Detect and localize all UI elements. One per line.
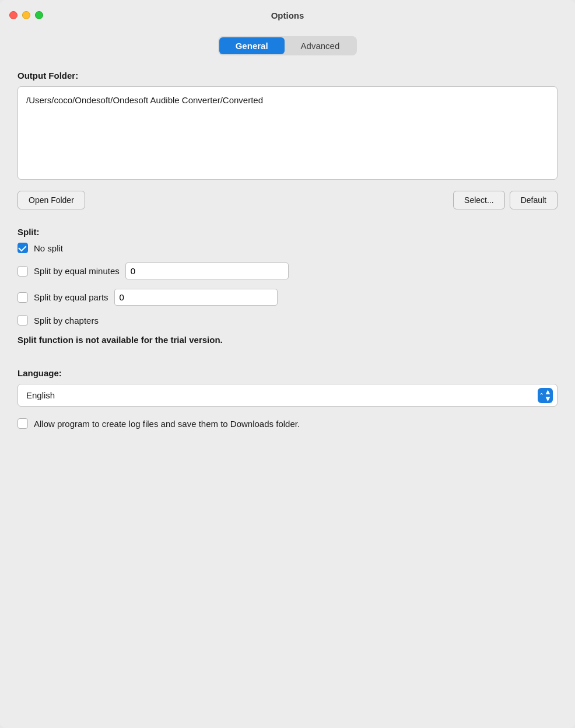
log-files-checkbox[interactable] <box>17 418 28 429</box>
main-content: Output Folder: Open Folder Select... Def… <box>0 65 575 446</box>
by-chapters-label: Split by chapters <box>34 316 99 326</box>
log-files-row: Allow program to create log files and sa… <box>17 418 558 429</box>
split-section: Split: No split Split by equal minutes S… <box>17 227 558 345</box>
maximize-button[interactable] <box>35 11 43 19</box>
open-folder-button[interactable]: Open Folder <box>17 191 85 209</box>
by-parts-checkbox[interactable] <box>17 292 28 303</box>
by-minutes-checkbox[interactable] <box>17 266 28 276</box>
tab-advanced[interactable]: Advanced <box>285 37 356 54</box>
split-label: Split: <box>17 227 558 237</box>
tab-general[interactable]: General <box>219 37 285 54</box>
log-files-label: Allow program to create log files and sa… <box>34 419 300 429</box>
by-minutes-label: Split by equal minutes <box>34 266 120 276</box>
window-controls <box>9 11 43 19</box>
tabs-container: General Advanced <box>0 30 575 65</box>
no-split-label: No split <box>34 243 63 253</box>
language-select[interactable]: English French German Spanish Japanese C… <box>17 384 558 407</box>
by-minutes-input[interactable] <box>125 262 289 279</box>
titlebar: Options <box>0 0 575 30</box>
no-split-checkbox[interactable] <box>17 243 28 253</box>
by-chapters-row: Split by chapters <box>17 315 558 326</box>
language-label: Language: <box>17 368 558 378</box>
output-folder-label: Output Folder: <box>17 71 558 80</box>
language-select-wrapper: English French German Spanish Japanese C… <box>17 384 558 407</box>
output-folder-input[interactable] <box>17 86 558 180</box>
tab-group: General Advanced <box>218 36 357 55</box>
window-title: Options <box>271 10 304 20</box>
by-parts-label: Split by equal parts <box>34 292 108 302</box>
by-minutes-row: Split by equal minutes <box>17 262 558 279</box>
folder-buttons-row: Open Folder Select... Default <box>17 191 558 209</box>
by-parts-row: Split by equal parts <box>17 289 558 306</box>
trial-warning: Split function is not available for the … <box>17 335 558 345</box>
window: Options General Advanced Output Folder: … <box>0 0 575 728</box>
minimize-button[interactable] <box>22 11 30 19</box>
right-buttons: Select... Default <box>453 191 558 209</box>
by-parts-input[interactable] <box>114 289 278 306</box>
default-button[interactable]: Default <box>510 191 558 209</box>
by-chapters-checkbox[interactable] <box>17 315 28 326</box>
select-button[interactable]: Select... <box>453 191 505 209</box>
close-button[interactable] <box>9 11 17 19</box>
no-split-row: No split <box>17 243 558 253</box>
language-section: Language: English French German Spanish … <box>17 368 558 429</box>
